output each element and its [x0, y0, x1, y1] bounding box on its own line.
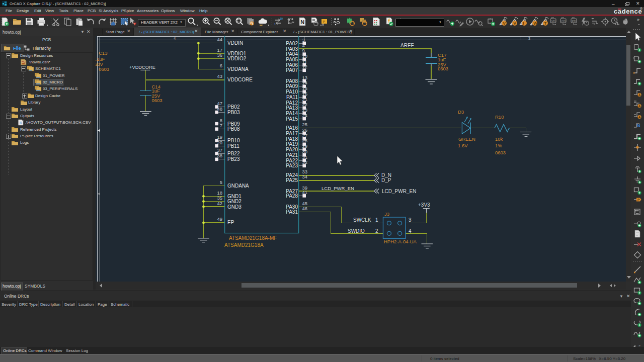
svg-text:10: 10	[280, 17, 283, 20]
svg-text:PA15: PA15	[286, 116, 298, 122]
svg-text:T: T	[544, 21, 547, 26]
svg-text:PB23: PB23	[227, 156, 240, 162]
svg-text:D_P: D_P	[381, 177, 391, 183]
svg-text:N: N	[637, 123, 640, 128]
svg-text:10: 10	[302, 53, 308, 59]
svg-text:PA18: PA18	[286, 136, 298, 142]
svg-text:PB09: PB09	[227, 121, 240, 127]
svg-text:23: 23	[302, 107, 308, 113]
svg-text:14: 14	[302, 80, 308, 85]
svg-text:PD: PD	[572, 20, 577, 23]
svg-text:A: A	[638, 93, 641, 97]
svg-text:2: 2	[375, 228, 378, 234]
svg-text:41: 41	[302, 190, 308, 195]
svg-text:PA10: PA10	[286, 89, 298, 95]
svg-text:0603: 0603	[152, 98, 163, 103]
svg-text:+3V3: +3V3	[418, 202, 430, 208]
svg-text:EP: EP	[227, 220, 234, 225]
svg-text:7: 7	[220, 123, 222, 128]
svg-text:PA19: PA19	[286, 141, 298, 147]
svg-text:PA07: PA07	[286, 67, 298, 73]
svg-text:46: 46	[302, 206, 308, 211]
svg-text:PA20: PA20	[286, 147, 298, 152]
svg-text:37: 37	[217, 147, 222, 153]
svg-text:34: 34	[302, 174, 308, 179]
svg-text:PA09: PA09	[286, 83, 298, 89]
svg-text:D3: D3	[458, 109, 464, 115]
svg-text:VDDIO2: VDDIO2	[227, 56, 247, 61]
svg-text:PA14: PA14	[286, 111, 298, 116]
svg-text:0603: 0603	[99, 66, 109, 72]
svg-text:12: 12	[302, 64, 308, 69]
svg-text:3: 3	[302, 37, 305, 43]
svg-text:!: !	[134, 23, 135, 26]
svg-text:PA06: PA06	[286, 62, 298, 68]
svg-text:20: 20	[217, 140, 222, 145]
svg-text:8: 8	[220, 118, 222, 123]
svg-text:16: 16	[302, 91, 308, 97]
svg-text:PB11: PB11	[227, 143, 239, 149]
svg-text:VDDCORE: VDDCORE	[227, 77, 253, 82]
svg-text:VDDANA: VDDANA	[227, 66, 249, 72]
svg-text:W: W	[534, 21, 538, 26]
svg-text:C13: C13	[99, 50, 107, 56]
svg-text:PA28: PA28	[286, 193, 298, 199]
svg-text:I: I	[523, 21, 524, 26]
svg-text:29: 29	[302, 143, 308, 149]
svg-text:21: 21	[302, 97, 308, 102]
svg-text:SWDIO: SWDIO	[348, 228, 365, 234]
svg-text:PA02: PA02	[286, 41, 298, 46]
svg-text:AREF: AREF	[400, 43, 414, 48]
svg-text:PB03: PB03	[227, 110, 240, 115]
svg-text:R: R	[20, 121, 22, 125]
svg-text:19: 19	[217, 134, 222, 140]
svg-text:PA12: PA12	[286, 100, 298, 106]
svg-text:VDDIN: VDDIN	[227, 40, 243, 46]
svg-text:49: 49	[217, 216, 222, 222]
svg-text:R10: R10	[495, 114, 504, 120]
svg-text:28: 28	[302, 138, 308, 143]
svg-text:44: 44	[217, 37, 222, 42]
svg-text:GND3: GND3	[227, 204, 242, 210]
svg-text:PB08: PB08	[227, 126, 240, 132]
svg-text:0603: 0603	[495, 150, 506, 155]
svg-text:PA05: PA05	[286, 57, 298, 62]
svg-text:+VDDCORE: +VDDCORE	[129, 65, 155, 70]
svg-text:5: 5	[220, 179, 222, 185]
svg-text:ATSAMD21G18A: ATSAMD21G18A	[224, 242, 264, 248]
svg-text:1%: 1%	[495, 143, 502, 148]
svg-text:32: 32	[302, 159, 308, 165]
svg-text:11: 11	[302, 59, 307, 64]
svg-text:36: 36	[217, 52, 222, 58]
svg-text:ATSAMD21G18A-MF: ATSAMD21G18A-MF	[229, 235, 277, 241]
svg-text:15: 15	[302, 85, 308, 91]
svg-text:17: 17	[217, 47, 222, 53]
svg-text:PA11: PA11	[286, 95, 298, 100]
svg-text:6: 6	[220, 63, 222, 68]
svg-text:PA21: PA21	[286, 152, 298, 158]
svg-text:26: 26	[302, 127, 308, 133]
svg-text:1: 1	[375, 217, 378, 223]
svg-text:VD: VD	[551, 20, 556, 23]
svg-text:LCD_PWR_EN: LCD_PWR_EN	[382, 189, 416, 194]
svg-text:3: 3	[528, 36, 530, 41]
svg-text:PA03: PA03	[286, 46, 298, 52]
svg-text:25: 25	[302, 122, 308, 127]
svg-text:J3: J3	[384, 211, 389, 217]
svg-text:4: 4	[302, 43, 305, 48]
svg-text:42: 42	[217, 201, 222, 206]
svg-text:4: 4	[174, 36, 176, 41]
svg-text:0603: 0603	[438, 66, 448, 71]
svg-text:GND2: GND2	[227, 199, 242, 204]
svg-text:PA22: PA22	[286, 158, 298, 163]
svg-text:13: 13	[302, 75, 308, 80]
svg-text:3: 3	[409, 217, 412, 223]
svg-text:PA04: PA04	[286, 51, 298, 57]
svg-text:22: 22	[302, 102, 308, 107]
svg-text:43: 43	[217, 73, 222, 79]
svg-text:35: 35	[217, 195, 222, 201]
svg-text:47: 47	[217, 101, 222, 106]
svg-text:31: 31	[302, 154, 308, 160]
svg-text:PA16: PA16	[286, 125, 298, 131]
svg-text:A: A	[638, 104, 641, 108]
